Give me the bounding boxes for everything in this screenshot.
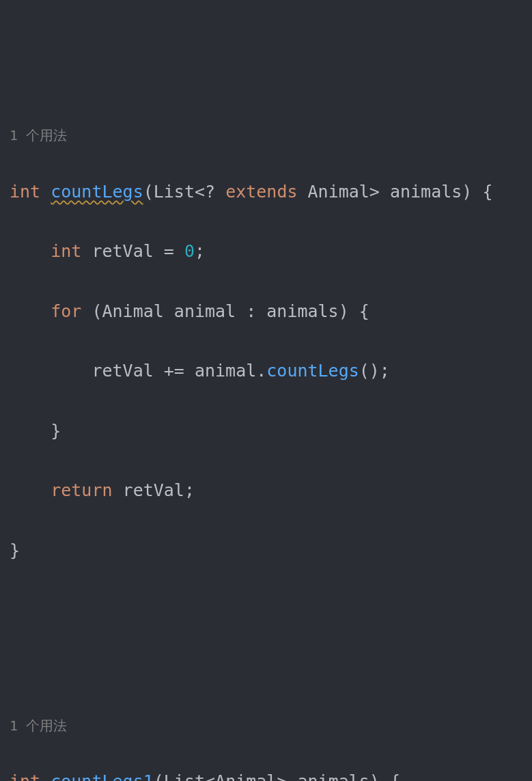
blank-line	[10, 625, 522, 655]
param-animals: animals	[390, 182, 462, 202]
angle-close: >	[277, 771, 297, 781]
text: animal :	[164, 301, 267, 321]
text: ();	[359, 361, 390, 381]
code-line[interactable]: int retVal = 0;	[10, 236, 522, 266]
type-list: List	[164, 771, 205, 781]
type-animal: Animal	[102, 301, 163, 321]
type-animal: Animal	[215, 771, 277, 781]
method-name: countLegs	[51, 182, 143, 202]
usage-hint: 1 个用法	[10, 125, 522, 146]
code-line[interactable]: for (Animal animal : animals) {	[10, 297, 522, 327]
signature-end: ) {	[369, 771, 400, 781]
semicolon: ;	[195, 241, 205, 261]
keyword-return: return	[51, 480, 112, 500]
keyword-int: int	[10, 771, 40, 781]
keyword-extends: extends	[225, 182, 297, 202]
number-literal: 0	[184, 241, 195, 261]
type-list: List	[154, 182, 195, 202]
angle-open: <	[195, 182, 205, 202]
paren: (	[154, 771, 164, 781]
keyword-for: for	[51, 301, 81, 321]
signature-end: ) {	[462, 182, 492, 202]
wildcard: ?	[205, 182, 225, 202]
text: retVal =	[81, 241, 184, 261]
usage-hint: 1 个用法	[10, 715, 522, 736]
method-name: countLegs1	[51, 771, 154, 781]
param-animals: animals	[266, 301, 338, 321]
keyword-int: int	[51, 241, 81, 261]
brace-close: }	[51, 421, 61, 441]
type-animal: Animal	[298, 182, 369, 202]
code-line[interactable]: }	[10, 416, 522, 446]
code-line[interactable]: return retVal;	[10, 476, 522, 506]
code-line[interactable]: }	[10, 536, 522, 566]
text: retVal += animal.	[92, 361, 266, 381]
brace-close: }	[10, 540, 20, 560]
text: ) {	[339, 301, 369, 321]
code-line[interactable]: retVal += animal.countLegs();	[10, 356, 522, 386]
paren: (	[143, 182, 154, 202]
param-animals: animals	[298, 771, 369, 781]
angle-close: >	[369, 182, 390, 202]
code-line[interactable]: int countLegs1(List<Animal> animals) {	[10, 767, 522, 781]
keyword-int: int	[10, 182, 40, 202]
method-call: countLegs	[266, 361, 359, 381]
text: retVal;	[113, 480, 195, 500]
code-line[interactable]: int countLegs(List<? extends Animal> ani…	[10, 177, 522, 207]
angle-open: <	[205, 771, 215, 781]
text: (	[81, 301, 102, 321]
